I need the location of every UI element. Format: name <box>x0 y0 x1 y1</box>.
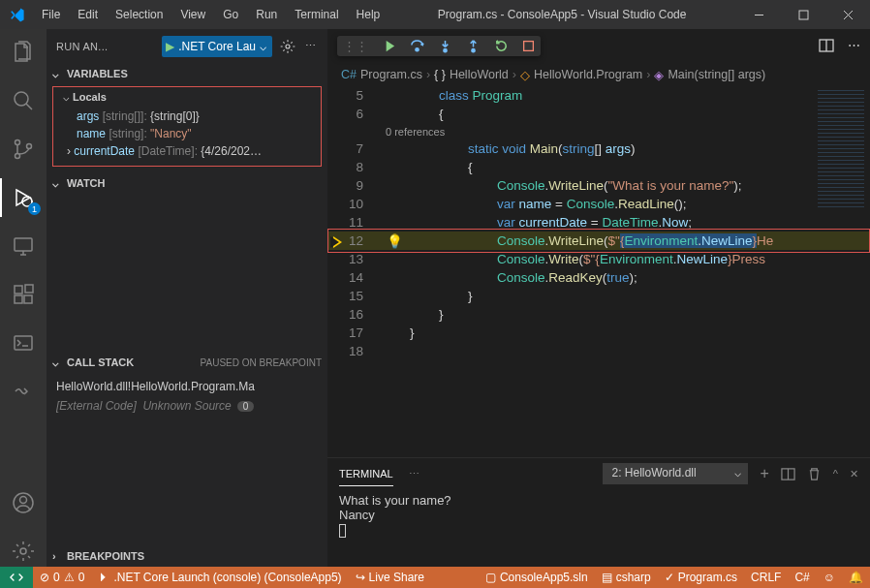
debug-toolbar[interactable]: ⋮⋮ <box>337 36 541 56</box>
svg-point-17 <box>444 48 447 51</box>
namespace-icon: { } <box>434 68 446 81</box>
code-line[interactable]: 13Console.Write($"{Environment.NewLine}P… <box>327 250 870 268</box>
variable-row[interactable]: args [string[]]: {string[0]} <box>53 108 321 125</box>
variables-section-header[interactable]: ⌵VARIABLES <box>47 63 327 84</box>
code-line[interactable]: 8{ <box>327 158 870 176</box>
vscode-logo-icon <box>0 7 34 23</box>
drag-handle-icon[interactable]: ⋮⋮ <box>343 39 368 53</box>
lang-status[interactable]: ▤csharp <box>595 567 658 588</box>
code-line[interactable]: 12Console.WriteLine($"{Environment.NewLi… <box>327 232 870 250</box>
source-control-icon[interactable] <box>0 134 47 165</box>
debug-badge: 1 <box>28 202 41 215</box>
code-line[interactable]: 7static void Main(string[] args) <box>327 139 870 158</box>
variable-row[interactable]: name [string]: "Nancy" <box>53 125 321 142</box>
breadcrumb[interactable]: C# Program.cs › { } HelloWorld › ◇ Hello… <box>327 63 870 86</box>
callstack-frame[interactable]: [External Code] Unknown Source0 <box>56 396 318 416</box>
menu-edit[interactable]: Edit <box>70 4 106 25</box>
maximize-panel-icon[interactable]: ^ <box>833 468 838 480</box>
sidebar-more-icon[interactable]: ⋯ <box>303 38 318 54</box>
remote-indicator[interactable] <box>0 567 33 588</box>
locals-header[interactable]: ⌵ Locals <box>53 89 321 108</box>
terminal-select[interactable]: 2: HelloWorld.dll <box>603 463 748 484</box>
code-line[interactable]: 5class Program <box>327 86 870 105</box>
remote-explorer-icon[interactable] <box>0 231 47 262</box>
file-status[interactable]: ✓Program.cs <box>658 567 744 588</box>
trash-icon[interactable] <box>807 467 822 481</box>
stop-icon[interactable] <box>522 40 535 52</box>
svg-rect-7 <box>15 286 22 294</box>
svg-point-2 <box>16 140 20 145</box>
settings-gear-icon[interactable] <box>0 536 47 567</box>
codelens-references[interactable]: 0 references <box>327 123 870 139</box>
step-out-icon[interactable] <box>466 39 481 53</box>
code-line[interactable]: 16} <box>327 305 870 324</box>
panel-more-icon[interactable]: ⋯ <box>409 468 419 480</box>
code-line[interactable]: 9Console.WriteLine("What is your name?")… <box>327 176 870 195</box>
window-close-icon[interactable] <box>825 0 870 29</box>
breadcrumb-file[interactable]: Program.cs <box>360 68 422 81</box>
svg-point-14 <box>20 548 26 554</box>
split-terminal-icon[interactable] <box>781 467 795 481</box>
extensions-icon[interactable] <box>0 279 47 310</box>
notifications-icon[interactable]: 🔔 <box>842 567 870 588</box>
breadcrumb-class[interactable]: HelloWorld.Program <box>534 68 642 81</box>
code-line[interactable]: 15} <box>327 287 870 305</box>
launch-settings-gear-icon[interactable] <box>278 37 297 56</box>
continue-icon[interactable] <box>382 39 396 53</box>
menu-run[interactable]: Run <box>248 4 285 25</box>
menu-file[interactable]: File <box>34 4 68 25</box>
minimap[interactable] <box>812 86 870 212</box>
menu-help[interactable]: Help <box>349 4 388 25</box>
menu-view[interactable]: View <box>172 4 213 25</box>
eol-status[interactable]: CRLF <box>744 567 788 588</box>
code-line[interactable]: 6{ <box>327 105 870 123</box>
search-icon[interactable] <box>0 85 47 116</box>
lightbulb-icon[interactable]: 💡 <box>387 233 403 249</box>
launch-config-select[interactable]: ▶ .NET Core Lau ⌵ <box>162 36 272 57</box>
watch-section-header[interactable]: ⌵WATCH <box>47 172 327 194</box>
lang-mode-status[interactable]: C# <box>788 567 816 588</box>
code-editor[interactable]: 5class Program6{0 references7static void… <box>327 86 870 457</box>
feedback-icon[interactable]: ☺ <box>817 567 842 588</box>
code-line[interactable]: 18 <box>327 342 870 360</box>
step-over-icon[interactable] <box>410 39 424 53</box>
window-minimize-icon[interactable] <box>736 0 781 29</box>
explorer-icon[interactable] <box>0 37 47 68</box>
code-line[interactable]: 14Console.ReadKey(true); <box>327 268 870 287</box>
split-editor-icon[interactable] <box>819 38 834 53</box>
menu-go[interactable]: Go <box>215 4 246 25</box>
svg-rect-9 <box>24 295 32 303</box>
window-maximize-icon[interactable] <box>781 0 825 29</box>
callstack-section-header[interactable]: ⌵CALL STACKPAUSED ON BREAKPOINT <box>47 352 327 373</box>
run-debug-icon[interactable]: 1 <box>0 182 47 213</box>
svg-point-4 <box>27 144 32 149</box>
callstack-panel: HelloWorld.dll!HelloWorld.Program.Ma [Ex… <box>47 373 327 419</box>
accounts-icon[interactable] <box>0 487 47 518</box>
editor-more-icon[interactable]: ⋯ <box>848 38 860 53</box>
menu-terminal[interactable]: Terminal <box>287 4 346 25</box>
breadcrumb-method[interactable]: Main(string[] args) <box>668 68 765 81</box>
debug-status[interactable]: 🞂.NET Core Launch (console) (ConsoleApp5… <box>91 567 348 588</box>
sql-icon[interactable] <box>0 327 47 358</box>
close-panel-icon[interactable]: ✕ <box>850 468 858 480</box>
callstack-frame[interactable]: HelloWorld.dll!HelloWorld.Program.Ma <box>56 377 318 396</box>
menu-selection[interactable]: Selection <box>108 4 171 25</box>
liveshare-status[interactable]: ↪Live Share <box>349 567 431 588</box>
restart-icon[interactable] <box>494 39 509 53</box>
variable-row[interactable]: › currentDate [DateTime]: {4/26/202… <box>53 142 321 160</box>
code-line[interactable]: 11var currentDate = DateTime.Now; <box>327 213 870 232</box>
breadcrumb-namespace[interactable]: HelloWorld <box>450 68 509 81</box>
new-terminal-icon[interactable]: + <box>760 465 768 482</box>
class-icon: ◇ <box>520 68 530 82</box>
svg-rect-8 <box>15 295 22 303</box>
step-into-icon[interactable] <box>438 39 452 53</box>
breakpoints-section-header[interactable]: ›BREAKPOINTS <box>47 545 327 567</box>
terminal-output[interactable]: What is your name? Nancy <box>327 489 870 567</box>
solution-status[interactable]: ▢ConsoleApp5.sln <box>479 567 595 588</box>
code-line[interactable]: 10var name = Console.ReadLine(); <box>327 195 870 213</box>
start-debug-icon[interactable]: ▶ <box>166 40 174 53</box>
share-icon[interactable] <box>0 376 47 407</box>
terminal-tab[interactable]: TERMINAL <box>339 462 393 486</box>
code-line[interactable]: 17} <box>327 324 870 342</box>
problems-status[interactable]: ⊘0⚠0 <box>33 567 91 588</box>
